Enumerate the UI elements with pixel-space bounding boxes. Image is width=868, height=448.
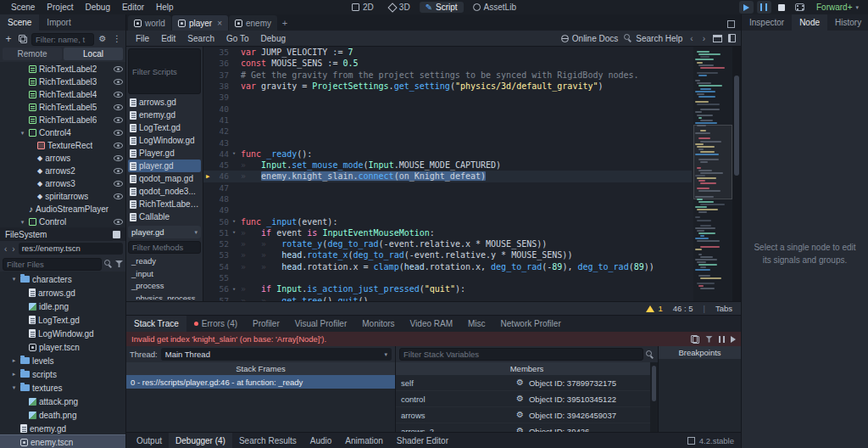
dock-tab-node[interactable]: Node	[792, 14, 827, 31]
filter-files-input[interactable]	[3, 258, 102, 271]
code-editor[interactable]: 35var JUMP_VELOCITY := 736const MOUSE_SE…	[203, 47, 741, 301]
debugger-tab-monitors[interactable]: Monitors	[354, 316, 402, 332]
menu-help[interactable]: Help	[150, 2, 180, 13]
script-list-item[interactable]: qodot_node3...	[128, 185, 201, 198]
script-back-icon[interactable]: ‹	[688, 34, 694, 43]
version-label[interactable]: 4.2.stable	[699, 436, 734, 445]
scene-tree-item[interactable]: RichTextLabel5	[0, 101, 125, 114]
script-menu-debug[interactable]: Debug	[255, 31, 292, 46]
search-help-button[interactable]: Search Help	[624, 34, 682, 43]
code-line[interactable]: 47	[203, 182, 692, 193]
expand-arrow-icon[interactable]: ▾	[10, 384, 18, 391]
source-tab-local[interactable]: Local	[64, 48, 123, 60]
script-list-item[interactable]: enemy.gd	[128, 109, 201, 121]
debugger-tab-profiler[interactable]: Profiler	[245, 316, 287, 332]
method-list-item[interactable]: _physics_process	[128, 293, 201, 300]
code-line[interactable]: 45» Input.set_mouse_mode(Input.MOUSE_MOD…	[203, 160, 692, 171]
code-line[interactable]: 42	[203, 126, 692, 137]
bottom-panel-search-results[interactable]: Search Results	[232, 433, 303, 448]
fold-arrow-icon[interactable]: ▾	[232, 286, 241, 293]
screen-button-2d[interactable]: 2D	[346, 2, 380, 13]
filesystem-item[interactable]: attack.png	[0, 395, 125, 408]
debugger-tab-network-profiler[interactable]: Network Profiler	[493, 316, 569, 332]
code-line[interactable]: 54» » head.rotation.x = clamp(head.rotat…	[203, 261, 692, 272]
menu-editor[interactable]: Editor	[116, 2, 150, 13]
vertical-scrollbar[interactable]	[732, 47, 741, 301]
movie-button[interactable]	[793, 1, 807, 14]
split-mode-icon[interactable]	[113, 231, 120, 238]
visibility-toggle-icon[interactable]	[114, 66, 123, 72]
code-line[interactable]: 38var gravity = ProjectSettings.get_sett…	[203, 81, 692, 92]
expand-arrow-icon[interactable]: ▾	[10, 276, 18, 283]
code-line[interactable]: 50▾func _input(event):	[203, 216, 692, 227]
add-node-button[interactable]	[3, 33, 14, 45]
visibility-toggle-icon[interactable]	[114, 219, 123, 225]
stack-frame-row[interactable]: 0 - res://scripts/player.gd:46 - at func…	[126, 375, 395, 389]
code-line[interactable]: 51▾» if event is InputEventMouseMotion:	[203, 227, 692, 238]
script-menu-edit[interactable]: Edit	[155, 31, 181, 46]
script-list-item[interactable]: player.gd	[128, 160, 201, 172]
filesystem-item[interactable]: LogText.gd	[0, 313, 125, 327]
float-panel-icon[interactable]	[713, 35, 722, 42]
more-options-button[interactable]	[111, 33, 123, 45]
fold-arrow-icon[interactable]: ▾	[232, 150, 241, 157]
warnings-indicator[interactable]: 1	[646, 304, 662, 313]
visibility-toggle-icon[interactable]	[114, 168, 123, 174]
debugger-tab-misc[interactable]: Misc	[460, 316, 493, 332]
scene-tree-item[interactable]: arrows	[0, 152, 125, 165]
method-list-item[interactable]: _ready	[128, 255, 201, 268]
script-menu-file[interactable]: File	[130, 31, 155, 46]
members-scrollbar[interactable]	[650, 362, 658, 432]
dock-tab-scene[interactable]: Scene	[0, 14, 39, 31]
code-line[interactable]: 52» » rotate_y(deg_to_rad(-event.relativ…	[203, 238, 692, 249]
method-list-item[interactable]: _process	[128, 280, 201, 293]
close-tab-icon[interactable]: ×	[217, 19, 222, 28]
method-list-item[interactable]: _input	[128, 268, 201, 281]
expand-arrow-icon[interactable]: ▾	[19, 130, 26, 137]
filesystem-item[interactable]: idle.png	[0, 300, 125, 313]
script-list-item[interactable]: LogText.gd	[128, 121, 201, 134]
code-minimap[interactable]	[693, 47, 732, 301]
filesystem-item[interactable]: ▸scripts	[0, 367, 125, 381]
bottom-panel-animation[interactable]: Animation	[338, 433, 389, 448]
code-line[interactable]: 37# Get the gravity from the project set…	[203, 70, 692, 81]
indent-type-indicator[interactable]: Tabs	[715, 304, 732, 313]
filesystem-item[interactable]: death.png	[0, 408, 125, 422]
scene-tree-item[interactable]: ▾Control4	[0, 126, 125, 139]
code-line[interactable]: 48	[203, 193, 692, 204]
code-line[interactable]: 56▾» if Input.is_action_just_pressed("qu…	[203, 283, 692, 294]
script-menu-search[interactable]: Search	[181, 31, 220, 46]
debugger-tab-video-ram[interactable]: Video RAM	[403, 316, 460, 332]
code-line[interactable]: 43	[203, 137, 692, 148]
bottom-panel-debugger-4[interactable]: Debugger (4)	[169, 433, 232, 448]
visibility-toggle-icon[interactable]	[114, 79, 123, 85]
filesystem-item[interactable]: enemy.tscn	[0, 435, 125, 448]
expand-arrow-icon[interactable]: ▾	[19, 219, 26, 226]
filter-icon[interactable]	[115, 260, 123, 267]
stop-button[interactable]	[775, 1, 789, 14]
menu-scene[interactable]: Scene	[5, 2, 41, 13]
code-line[interactable]: ▶46» enemy.knight_slain.connect(on_Knigh…	[203, 171, 692, 182]
code-line[interactable]: 39	[203, 92, 692, 103]
copy-error-icon[interactable]	[691, 335, 699, 344]
member-row[interactable]: arrows_2Object ID: 39426	[396, 423, 658, 432]
screen-button-assetlib[interactable]: AssetLib	[467, 2, 522, 13]
scene-tree-item[interactable]: arrows2	[0, 165, 125, 177]
break-icon[interactable]	[719, 336, 725, 343]
visibility-toggle-icon[interactable]	[114, 104, 123, 110]
filesystem-item[interactable]: player.tscn	[0, 340, 125, 354]
dock-tab-history[interactable]: History	[827, 14, 868, 31]
code-line[interactable]: 53» » head.rotate_x(deg_to_rad(-event.re…	[203, 249, 692, 260]
scene-tab-world[interactable]: world	[128, 15, 171, 31]
scrollbar-thumb[interactable]	[652, 366, 656, 401]
code-line[interactable]: 57» » get_tree().quit()	[203, 295, 692, 301]
filesystem-item[interactable]: ▸levels	[0, 354, 125, 367]
scene-tree-item[interactable]: spiritarrows	[0, 190, 125, 203]
add-scene-tab-button[interactable]: +	[278, 15, 292, 31]
script-forward-icon[interactable]: ›	[701, 34, 707, 43]
visibility-toggle-icon[interactable]	[114, 193, 123, 199]
scene-tree-item[interactable]: RichTextLabel2	[0, 63, 125, 76]
continue-icon[interactable]	[731, 336, 736, 343]
expand-arrow-icon[interactable]: ▸	[10, 371, 18, 378]
scene-tree-item[interactable]: AudioStreamPlayer	[0, 203, 125, 216]
